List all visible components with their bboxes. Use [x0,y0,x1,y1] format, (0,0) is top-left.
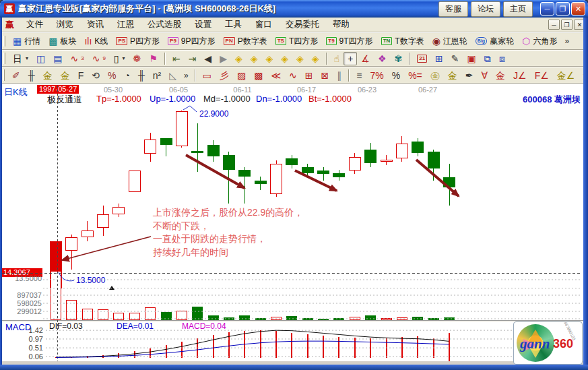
main-toolbar-overflow[interactable]: » [561,36,573,46]
maximize-button[interactable]: ❐ [556,2,570,16]
scale-ruler-tool[interactable]: ≡ [352,69,366,82]
j-angle-tool[interactable]: J∠ [509,69,531,82]
minimize-button[interactable]: ─ [540,2,554,16]
drawing-toolbar-overflow[interactable]: » [181,71,192,80]
f-angle-tool[interactable]: F∠ [531,69,553,82]
hand-tool[interactable]: ☝ [330,52,344,65]
crosshair-tool[interactable]: + [344,52,357,65]
zoom-h-diamond[interactable]: ◈ [261,52,277,65]
golden-line-tool-1[interactable]: 金 [39,69,57,82]
golden-red-tool[interactable]: 金 [492,69,509,82]
save-icon[interactable]: ▣ [463,52,480,65]
menu-item-9[interactable]: 帮助 [326,18,356,32]
golden-angle-tool[interactable]: 金∠ [553,69,579,82]
customer-service-button[interactable]: 客服 [438,1,468,17]
chart-9-icon[interactable]: ∿9 [88,52,110,65]
go-first-button[interactable]: ⇤ [168,52,185,65]
menu-item-0[interactable]: 文件 [20,18,50,32]
grid-lines-tool[interactable]: ╫ [134,69,149,82]
volume-bar [381,318,392,320]
info-panel-icon[interactable]: ▤ [49,52,66,65]
mdi-minimize-button[interactable]: ─ [548,20,560,30]
parallel-lines-tool[interactable]: ∥ [333,69,346,82]
menu-item-8[interactable]: 交易委托 [279,18,326,32]
golden-section-tool[interactable]: 金 [444,69,461,82]
rect-tool[interactable]: ▭ [199,69,216,82]
p-square-button[interactable]: PSP四方形 [112,34,164,49]
wave-tool[interactable]: ∀ [478,69,492,82]
ray-lines-tool[interactable]: ≪ [267,69,285,82]
brush-tool[interactable]: ✐ [8,69,24,82]
golden-line-tool-2[interactable]: 金 [57,69,74,82]
set-square-tool[interactable]: ◺ [165,69,181,82]
drawing-toolbar: ✐╫金金F⟲%◔╫n²◺»▭彡▨▩≪∿⊞⊠∥≡7%%%=㊎金✒∀金J∠F∠金∠速… [0,67,588,84]
shaded-box-tool[interactable]: ▩ [250,69,267,82]
zigzag-tool[interactable]: ∿ [285,69,301,82]
volume-bar [66,300,77,320]
percent-pen-tool[interactable]: % [104,69,120,82]
candle [160,138,172,145]
forum-button[interactable]: 论坛 [471,1,500,17]
gann-wheel-button[interactable]: ◉江恩轮 [428,34,471,49]
ink-pen-tool[interactable]: ✒ [461,69,478,82]
angle-tool[interactable]: ∡ [357,52,374,65]
percent-7-tool[interactable]: 7% [366,69,387,82]
9t-square-button[interactable]: T99T四方形 [322,34,377,49]
multi-window-icon[interactable]: ◫ [32,52,49,65]
gann-pattern-icon[interactable]: ❁ [129,52,145,65]
menu-item-5[interactable]: 设置 [188,18,218,32]
9p-square-button[interactable]: P99P四方形 [164,34,219,49]
fibonacci-tool[interactable]: F [74,69,88,82]
cycle-tool[interactable]: ◔ [120,69,133,82]
zoom-reset-diamond[interactable]: ◈ [308,52,323,65]
shape-tool-purple[interactable]: ❖ [374,52,391,65]
shape-tool-teal[interactable]: ✾ [390,52,406,65]
zoom-v-diamond[interactable]: ◈ [277,52,292,65]
zoom-right-diamond[interactable]: ◈ [247,52,262,65]
go-first-button-icon: ⇤ [172,54,181,63]
calculator-icon[interactable]: ⊞ [431,52,447,65]
candle-style-selector[interactable]: ▯▾ [110,52,129,65]
box-fan-tool[interactable]: ▨ [233,69,250,82]
grid-arrow-tool[interactable]: ⊠ [317,69,333,82]
go-last-button[interactable]: ⇥ [185,52,201,65]
t-square-button[interactable]: TST四方形 [271,34,323,49]
period-day-selector[interactable]: 日▾ [9,52,32,65]
menu-item-4[interactable]: 公式选股 [141,18,188,32]
grid-box-tool[interactable]: ⊞ [301,69,317,82]
chart-3-icon[interactable]: ∿3 [66,52,88,65]
title-bar[interactable]: 赢 赢家江恩专业版[赢家内部服务平台] - [葛洲坝 SH600068-26日K… [0,0,588,18]
network-icon[interactable]: ⧉ [480,52,495,65]
spiral-tool[interactable]: ⟲ [88,69,104,82]
menu-item-3[interactable]: 江恩 [110,18,141,32]
trade-print-icon[interactable]: ⧈ [495,52,509,65]
flag-marker-icon[interactable]: ⚑ [145,52,162,65]
menu-item-1[interactable]: 浏览 [50,18,80,32]
menu-item-6[interactable]: 工具 [218,18,249,32]
next-bar-button[interactable]: ▶ [216,52,231,65]
t-number-button[interactable]: TNT数字表 [377,34,428,49]
golden-circle-tool[interactable]: ㊎ [426,69,444,82]
sectors-button[interactable]: ▩板块 [44,34,80,49]
prev-bar-button[interactable]: ◀ [200,52,216,65]
percent-tool[interactable]: % [388,69,404,82]
close-button[interactable]: ✕ [571,2,585,16]
notepad-icon[interactable]: ✎ [447,52,463,65]
homepage-button[interactable]: 主页 [503,1,533,17]
kline-button[interactable]: ılıK线 [80,34,112,49]
calendar-icon[interactable]: 21 [413,53,431,65]
p-number-button[interactable]: PNP数字表 [220,34,271,49]
n-square-tool[interactable]: n² [149,69,165,82]
zoom-all-diamond[interactable]: ◈ [292,52,308,65]
mdi-restore-button[interactable]: ❐ [561,20,573,30]
volume-bar [208,315,219,320]
zoom-left-diamond[interactable]: ◈ [231,52,247,65]
winner-wheel-button[interactable]: Big赢家轮 [471,34,518,49]
quotes-button[interactable]: ▦行情 [9,34,44,49]
gann-fan-tool[interactable]: 彡 [216,69,233,82]
percent-lines-tool[interactable]: %= [404,69,426,82]
vertical-lines-tool[interactable]: ╫ [24,69,39,82]
menu-item-2[interactable]: 资讯 [80,18,110,32]
hexagon-button[interactable]: ⬡六角形 [518,34,561,49]
menu-item-7[interactable]: 窗口 [249,18,279,32]
